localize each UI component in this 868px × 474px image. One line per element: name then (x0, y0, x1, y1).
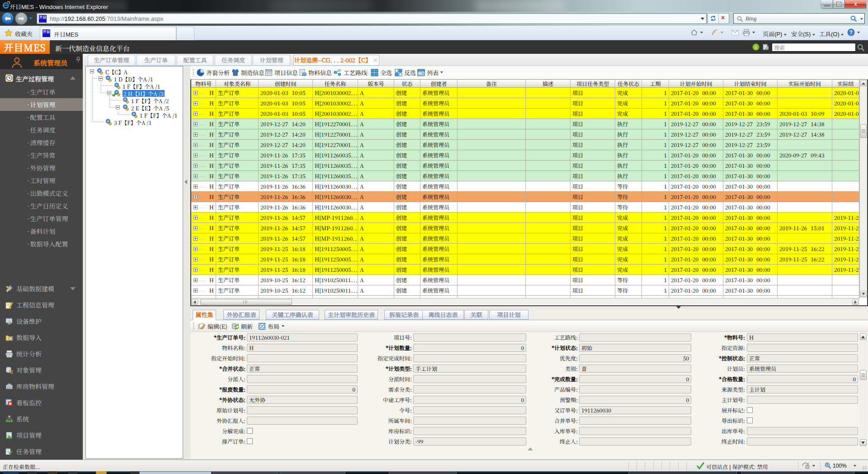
svg-text:i: i (755, 44, 756, 50)
svg-text:?: ? (849, 29, 853, 36)
